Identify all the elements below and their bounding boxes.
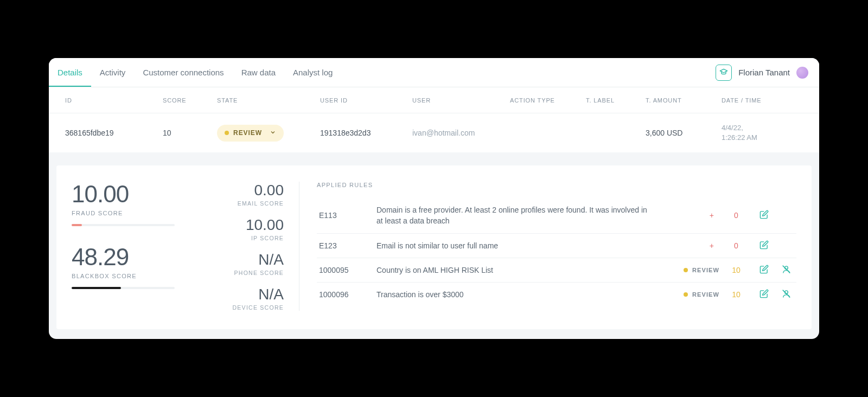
col-t-amount: T. AMOUNT xyxy=(646,97,722,104)
rule-id: 1000095 xyxy=(319,266,373,274)
rules-list: E113Domain is a free provider. At least … xyxy=(317,198,796,306)
applied-rules-title: APPLIED RULES xyxy=(317,182,796,188)
avatar[interactable] xyxy=(796,67,808,79)
rule-description: Country is on AML HIGH RISK List xyxy=(376,265,656,276)
user-off-icon xyxy=(782,289,791,300)
edit-rule-button[interactable] xyxy=(753,240,775,251)
graduation-cap-icon xyxy=(719,67,728,78)
tab-activity[interactable]: Activity xyxy=(91,58,135,87)
tab-analyst-log[interactable]: Analyst log xyxy=(284,58,341,87)
col-user-id: USER ID xyxy=(320,97,412,104)
edit-icon xyxy=(760,210,769,221)
cell-user-id: 191318e3d2d3 xyxy=(320,129,412,137)
rule-score: 10 xyxy=(723,290,750,299)
rule-row: E123Email is not similar to user full na… xyxy=(317,234,796,258)
device-score-value: N/A xyxy=(202,286,284,303)
tab-details[interactable]: Details xyxy=(49,58,91,87)
rule-score: 0 xyxy=(723,241,750,250)
cell-date: 4/4/22, xyxy=(722,123,814,133)
cell-datetime: 4/4/22, 1:26:22 AM xyxy=(722,123,814,142)
col-t-label: T. LABEL xyxy=(586,97,646,104)
edit-icon xyxy=(760,240,769,251)
phone-score-block: N/A PHONE SCORE xyxy=(202,251,284,276)
topbar: Details Activity Customer connections Ra… xyxy=(49,58,819,87)
blackbox-score-block: 48.29 BLACKBOX SCORE xyxy=(72,245,181,289)
scores-section: 10.00 FRAUD SCORE 48.29 BLACKBOX SCORE 0… xyxy=(72,182,299,311)
email-score-block: 0.00 EMAIL SCORE xyxy=(202,182,284,207)
rule-tag-label: REVIEW xyxy=(692,267,719,273)
col-datetime: DATE / TIME xyxy=(722,97,814,104)
tab-customer-connections[interactable]: Customer connections xyxy=(134,58,232,87)
tabs: Details Activity Customer connections Ra… xyxy=(49,58,341,87)
primary-scores: 10.00 FRAUD SCORE 48.29 BLACKBOX SCORE xyxy=(72,182,181,311)
status-dot-icon xyxy=(684,292,688,297)
blackbox-score-label: BLACKBOX SCORE xyxy=(72,273,181,279)
rule-id: 1000096 xyxy=(319,290,373,299)
col-state: STATE xyxy=(217,97,320,104)
rule-tag-label: REVIEW xyxy=(692,291,719,298)
rule-score: 0 xyxy=(723,211,750,220)
app-window: Details Activity Customer connections Ra… xyxy=(49,58,819,339)
cell-id: 368165fdbe19 xyxy=(65,129,163,137)
blackbox-score-bar xyxy=(72,287,175,289)
rule-tag-plus: + xyxy=(660,211,719,220)
edit-rule-button[interactable] xyxy=(753,265,775,276)
secondary-scores: 0.00 EMAIL SCORE 10.00 IP SCORE N/A PHON… xyxy=(202,182,284,311)
status-dot-icon xyxy=(684,268,688,272)
device-score-block: N/A DEVICE SCORE xyxy=(202,286,284,311)
phone-score-label: PHONE SCORE xyxy=(202,270,284,276)
ip-score-label: IP SCORE xyxy=(202,235,284,241)
state-label: REVIEW xyxy=(233,129,262,137)
edit-icon xyxy=(760,265,769,276)
fraud-score-label: FRAUD SCORE xyxy=(72,210,181,216)
rule-row: E113Domain is a free provider. At least … xyxy=(317,198,796,234)
fraud-score-bar xyxy=(72,224,175,226)
rule-tag-plus: + xyxy=(660,241,719,250)
rule-user-button[interactable] xyxy=(778,289,794,300)
rule-tag-review: REVIEW xyxy=(660,267,719,273)
blackbox-score-value: 48.29 xyxy=(72,245,181,270)
col-user: USER xyxy=(412,97,510,104)
cell-state: REVIEW xyxy=(217,125,320,142)
email-score-label: EMAIL SCORE xyxy=(202,200,284,207)
cell-score: 10 xyxy=(163,129,217,137)
status-dot-icon xyxy=(225,131,229,135)
col-action-type: ACTION TYPE xyxy=(510,97,586,104)
rule-description: Email is not similar to user full name xyxy=(376,240,656,251)
ip-score-block: 10.00 IP SCORE xyxy=(202,216,284,241)
edit-rule-button[interactable] xyxy=(753,289,775,300)
edit-icon xyxy=(760,289,769,300)
detail-panel: 10.00 FRAUD SCORE 48.29 BLACKBOX SCORE 0… xyxy=(56,165,812,329)
rule-tag-review: REVIEW xyxy=(660,291,719,298)
user-box: Florian Tanant xyxy=(716,65,808,81)
rule-id: E113 xyxy=(319,211,373,220)
col-score: SCORE xyxy=(163,97,217,104)
phone-score-value: N/A xyxy=(202,251,284,268)
fraud-score-value: 10.00 xyxy=(72,182,181,207)
email-score-value: 0.00 xyxy=(202,182,284,199)
edit-rule-button[interactable] xyxy=(753,210,775,221)
cell-t-amount: 3,600 USD xyxy=(646,129,722,137)
user-off-icon xyxy=(782,265,791,276)
device-score-label: DEVICE SCORE xyxy=(202,304,284,311)
cell-time: 1:26:22 AM xyxy=(722,133,814,143)
applied-rules-section: APPLIED RULES E113Domain is a free provi… xyxy=(299,182,796,311)
rule-description: Domain is a free provider. At least 2 on… xyxy=(376,204,656,227)
summary-header: ID SCORE STATE USER ID USER ACTION TYPE … xyxy=(49,87,819,113)
rule-row: 1000095Country is on AML HIGH RISK ListR… xyxy=(317,258,796,283)
rule-description: Transaction is over $3000 xyxy=(376,289,656,300)
rule-id: E123 xyxy=(319,241,373,250)
rule-user-button[interactable] xyxy=(778,265,794,276)
user-name: Florian Tanant xyxy=(738,68,790,77)
tab-raw-data[interactable]: Raw data xyxy=(233,58,284,87)
chevron-down-icon xyxy=(270,129,276,137)
rule-score: 10 xyxy=(723,266,750,274)
col-id: ID xyxy=(65,97,163,104)
state-dropdown[interactable]: REVIEW xyxy=(217,125,284,142)
cell-user: ivan@hotmail.com xyxy=(412,129,510,137)
summary-table: ID SCORE STATE USER ID USER ACTION TYPE … xyxy=(49,87,819,152)
ip-score-value: 10.00 xyxy=(202,216,284,234)
summary-row: 368165fdbe19 10 REVIEW 191318e3d2d3 ivan… xyxy=(49,113,819,152)
help-button[interactable] xyxy=(716,65,732,81)
fraud-score-block: 10.00 FRAUD SCORE xyxy=(72,182,181,226)
